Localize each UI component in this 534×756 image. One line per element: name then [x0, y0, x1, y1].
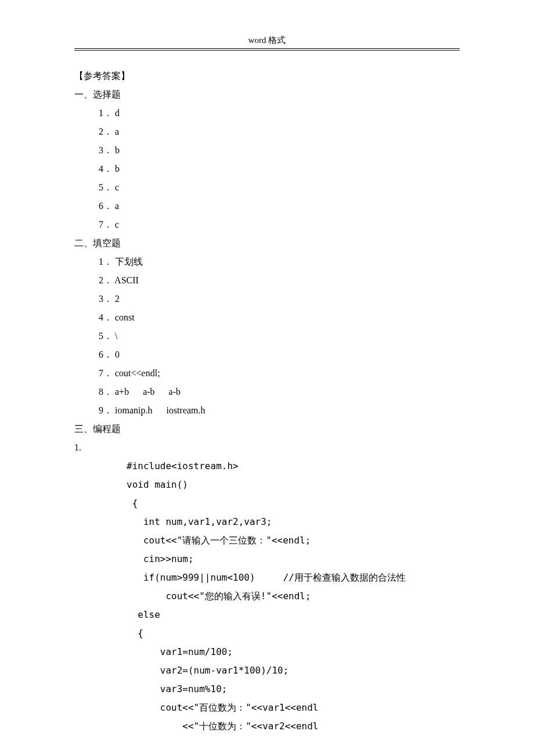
code-line-9: else [127, 606, 460, 624]
code-line-5: cout<<"请输入一个三位数："<<endl; [127, 531, 460, 550]
code-line-13: var3=num%10; [127, 680, 460, 699]
s1-item-6: 6． a [74, 197, 460, 215]
s2-item-3: 3． 2 [74, 290, 460, 308]
s2-item-7: 7． cout<<endl; [74, 364, 460, 383]
code-line-7: if(num>999||num<100) //用于检查输入数据的合法性 [127, 568, 460, 587]
code-line-4: int num,var1,var2,var3; [127, 513, 460, 531]
section-2-heading: 二、填空题 [74, 234, 460, 253]
footer-dots: . . [74, 753, 460, 756]
code-line-11: var1=num/100; [127, 643, 460, 661]
s2-item-2: 2． ASCII [74, 271, 460, 290]
s2-item-1: 1． 下划线 [74, 253, 460, 271]
s2-item-4: 4． const [74, 308, 460, 327]
document-page: word 格式 【参考答案】 一、选择题 1． d 2． a 3． b 4． b… [0, 0, 534, 756]
header-rule-thick [74, 48, 460, 49]
s1-item-3: 3． b [74, 141, 460, 160]
s1-item-4: 4． b [74, 160, 460, 178]
code-line-15: <<"十位数为："<<var2<<endl [127, 717, 460, 736]
code-block: #include<iostream.h> void main() { int n… [74, 457, 460, 736]
code-line-12: var2=(num-var1*100)/10; [127, 661, 460, 680]
s1-item-5: 5． c [74, 178, 460, 197]
answer-title: 【参考答案】 [74, 67, 460, 85]
page-header: word 格式 [74, 35, 460, 46]
code-line-1: #include<iostream.h> [127, 457, 460, 476]
code-line-8: cout<<"您的输入有误!"<<endl; [127, 587, 460, 606]
s2-item-5: 5． \ [74, 327, 460, 345]
s2-item-6: 6． 0 [74, 345, 460, 364]
code-line-6: cin>>num; [127, 550, 460, 568]
s3-item-num: 1. [74, 438, 460, 457]
code-line-2: void main() [127, 476, 460, 494]
s2-item-8: 8． a+b a-b a-b [74, 383, 460, 401]
code-line-14: cout<<"百位数为："<<var1<<endl [127, 699, 460, 717]
header-rule-thin [74, 50, 460, 51]
section-3-heading: 三、编程题 [74, 420, 460, 438]
code-line-3: { [127, 494, 460, 513]
content-body: 【参考答案】 一、选择题 1． d 2． a 3． b 4． b 5． c 6．… [74, 67, 460, 756]
s1-item-2: 2． a [74, 123, 460, 141]
section-1-heading: 一、选择题 [74, 85, 460, 104]
code-line-10: { [127, 624, 460, 643]
s2-item-9: 9． iomanip.h iostream.h [74, 401, 460, 420]
s1-item-1: 1． d [74, 104, 460, 123]
s1-item-7: 7． c [74, 215, 460, 234]
